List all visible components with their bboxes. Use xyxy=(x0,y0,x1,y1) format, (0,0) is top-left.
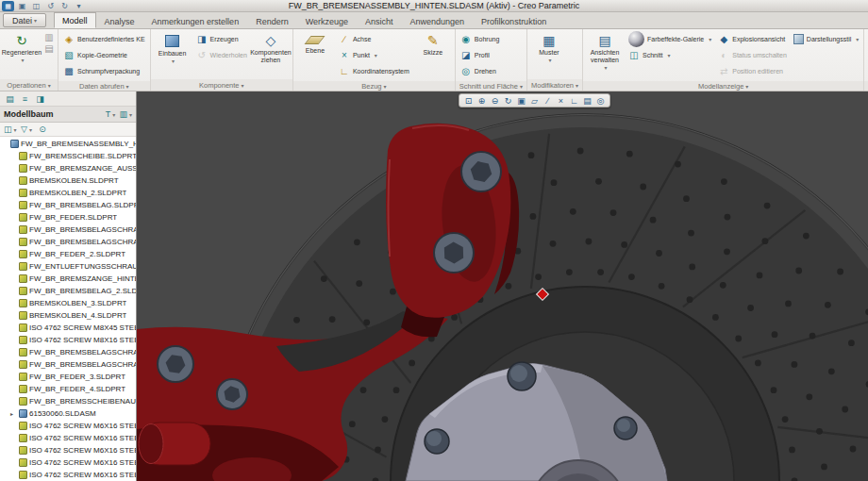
tree-item[interactable]: BREMSKOLBEN_2.SLDPRT xyxy=(0,187,136,199)
tree-item[interactable]: ISO 4762 SCREW M6X16 STEEL xyxy=(0,444,136,456)
tab-ansicht[interactable]: Ansicht xyxy=(357,14,402,28)
tree-item[interactable]: FW_BR_FEDER_3.SLDPRT xyxy=(0,371,136,383)
tab-anwendungen[interactable]: Anwendungen xyxy=(402,14,474,28)
3d-canvas[interactable] xyxy=(137,91,868,481)
plane-label: Ebene xyxy=(306,47,325,55)
detach-panel-icon[interactable]: ◨ xyxy=(34,93,46,105)
tree-item[interactable]: BREMSKOLBEN.SLDPRT xyxy=(0,174,136,187)
manage-views-button[interactable]: ▤ Ansichten verwalten xyxy=(586,31,624,71)
tab-modell[interactable]: Modell xyxy=(54,12,96,28)
show-items-icon[interactable]: ◫ xyxy=(4,124,17,135)
toggle-status-button[interactable]: ◐ Status umschalten xyxy=(716,47,789,63)
search-tree-icon[interactable]: ⊙ xyxy=(37,124,49,135)
tree-item[interactable]: BREMSKOLBEN_3.SLDPRT xyxy=(0,297,136,309)
group-label-modellabsicht[interactable]: Modellabsicht xyxy=(864,81,868,91)
tree-item[interactable]: ISO 4762 SCREW M8X45 STEEL xyxy=(0,322,136,334)
shrinkwrap-button[interactable]: ▩ Schrumpfverpackung xyxy=(61,63,147,79)
tree-item[interactable]: ISO 4762 SCREW M6X16 STEEL xyxy=(0,420,136,432)
copy-icon[interactable]: ▥ xyxy=(43,31,55,42)
tree-item[interactable]: FW_BR_BREMSZANGE_HINTEN xyxy=(0,273,136,285)
regenerate-button[interactable]: ↻ Regenerieren xyxy=(3,31,41,64)
group-label-modellanzeige[interactable]: Modellanzeige xyxy=(583,81,863,91)
group-label-komponente[interactable]: Komponente xyxy=(151,79,292,91)
tree-item[interactable]: ISO 4762 SCREW M8X16 STEEL xyxy=(0,334,136,346)
datum-point-display-icon[interactable]: × xyxy=(555,94,567,107)
tree-item[interactable]: ISO 4762 SCREW M6X16 STEEL xyxy=(0,432,136,444)
annotation-display-icon[interactable]: ▤ xyxy=(581,94,593,107)
tree-settings-icon[interactable]: T xyxy=(104,108,116,120)
tree-item[interactable]: ISO 4762 SCREW M6X16 STEEL xyxy=(0,456,136,469)
tree-item[interactable]: FW_BR_BREMSZANGE_AUSSEN.S xyxy=(0,162,136,174)
tab-werkzeuge[interactable]: Werkzeuge xyxy=(297,14,357,28)
tree-item[interactable]: FW_BR_BREMSBELAGSCHRAUB xyxy=(0,346,136,358)
paste-icon[interactable]: ▤ xyxy=(43,42,55,54)
pattern-button[interactable]: ▦ Muster xyxy=(530,31,568,64)
refit-icon[interactable]: ⊡ xyxy=(462,94,475,107)
profile-button[interactable]: ◪ Profil xyxy=(459,47,501,63)
undo-icon[interactable]: ↺ xyxy=(44,1,57,11)
zoom-in-icon[interactable]: ⊕ xyxy=(476,94,488,107)
group-label-bezug[interactable]: Bezug xyxy=(293,81,455,91)
redo-icon[interactable]: ↻ xyxy=(58,1,71,11)
zoom-out-icon[interactable]: ⊖ xyxy=(489,94,501,107)
save-icon[interactable]: ◫ xyxy=(30,1,42,11)
tab-profilkonstruktion[interactable]: Profilkonstruktion xyxy=(473,14,555,28)
plane-button[interactable]: Ebene xyxy=(296,31,334,55)
group-label-operationen[interactable]: Operationen xyxy=(0,79,58,91)
tree-item[interactable]: FW_BR_BREMSBELAG_2.SLDPRT xyxy=(0,285,136,297)
csys-display-icon[interactable]: ∟ xyxy=(568,94,580,107)
model-tree-tab-icon[interactable]: ▤ xyxy=(4,93,16,105)
tree-item[interactable]: BREMSKOLBEN_4.SLDPRT xyxy=(0,309,136,322)
display-style-icon[interactable]: ▣ xyxy=(515,94,527,107)
repeat-button[interactable]: ↺ Wiederholen xyxy=(194,47,249,63)
tree-item[interactable]: FW_BR_FEDER_4.SLDPRT xyxy=(0,383,136,395)
tree-item[interactable]: FW_BR_BREMSBELAGSCHRAUB xyxy=(0,224,136,236)
hole-button[interactable]: ◉ Bohrung xyxy=(459,31,501,47)
copy-geometry-button[interactable]: ▧ Kopie-Geometrie xyxy=(61,47,147,63)
assemble-button[interactable]: Einbauen xyxy=(154,31,192,65)
tab-analyse[interactable]: Analyse xyxy=(96,14,143,28)
appearance-gallery-button[interactable]: Farbeffekte-Galerie xyxy=(626,31,713,47)
filter-icon[interactable]: ▽ xyxy=(21,124,33,135)
tree-item[interactable]: ISO 4762 SCREW M6X16 STEEL xyxy=(0,469,136,481)
tree-columns-icon[interactable]: ▥ xyxy=(119,108,132,120)
revolve-button[interactable]: ◎ Drehen xyxy=(459,63,501,79)
tree-item[interactable]: FW_BR_BREMSBELAGSCHRAUB xyxy=(0,236,136,248)
layer-tree-icon[interactable]: ≡ xyxy=(19,93,31,105)
datum-axis-display-icon[interactable]: ∕ xyxy=(542,94,554,107)
tree-item[interactable]: FW_BR_BREMSBELAG.SLDPRT xyxy=(0,199,136,211)
creo-logo[interactable]: ▦ xyxy=(2,1,14,11)
window-menu-icon[interactable]: ▾ xyxy=(73,1,85,11)
section-button[interactable]: ◫ Schnitt xyxy=(626,47,713,63)
open-icon[interactable]: ▣ xyxy=(16,1,28,11)
datum-plane-display-icon[interactable]: ▱ xyxy=(528,94,541,107)
sketch-button[interactable]: ✎ Skizze xyxy=(414,31,452,57)
tab-anmerkungen-erstellen[interactable]: Anmerkungen erstellen xyxy=(143,14,248,28)
group-label-modifikatoren[interactable]: Modifikatoren xyxy=(527,79,582,91)
csys-button[interactable]: ∟ Koordinatensystem xyxy=(337,63,411,79)
tree-item[interactable]: FW_ENTLUEFTUNGSSCHRAUBE_ xyxy=(0,260,136,273)
tree-item[interactable]: FW_BR_FEDER_2.SLDPRT xyxy=(0,248,136,260)
tree-item[interactable]: FW_BR_FEDER.SLDPRT xyxy=(0,211,136,224)
create-component-button[interactable]: ◨ Erzeugen xyxy=(194,31,249,47)
tree-item[interactable]: FW_BR_BREMSSCHEIBENAUFNA xyxy=(0,395,136,407)
tree-item[interactable]: FW_BR_BREMSENASSEMBLY_HINTE xyxy=(0,138,136,150)
repeat-label: Wiederholen xyxy=(210,52,247,58)
spin-center-icon[interactable]: ◎ xyxy=(594,94,607,107)
repaint-icon[interactable]: ↻ xyxy=(502,94,514,107)
edit-position-button[interactable]: ⇄ Position editieren xyxy=(716,63,789,79)
tree-item[interactable]: FW_BR_BREMSBELAGSCHRAUB xyxy=(0,358,136,371)
axis-button[interactable]: ∕ Achse xyxy=(337,31,411,47)
group-label-daten-abrufen[interactable]: Daten abrufen xyxy=(58,81,150,91)
display-style-button[interactable]: Darstellungsstil xyxy=(792,31,860,47)
tree-item[interactable]: ▸61530060.SLDASM xyxy=(0,407,136,420)
point-button[interactable]: × Punkt xyxy=(337,47,411,63)
group-label-schnitt-und-flaeche[interactable]: Schnitt und Fläche xyxy=(456,81,526,91)
expander-icon[interactable]: ▸ xyxy=(10,410,17,417)
drag-components-button[interactable]: ◇ Komponenten ziehen xyxy=(252,31,290,64)
tab-rendern[interactable]: Rendern xyxy=(247,14,297,28)
exploded-view-button[interactable]: ◆ Explosionsansicht xyxy=(716,31,789,47)
tree-item[interactable]: FW_BREMSSCHEIBE.SLDPRT xyxy=(0,150,136,162)
udf-button[interactable]: ◈ Benutzerdefiniertes KE xyxy=(61,31,147,47)
file-menu-button[interactable]: Datei xyxy=(3,13,46,27)
